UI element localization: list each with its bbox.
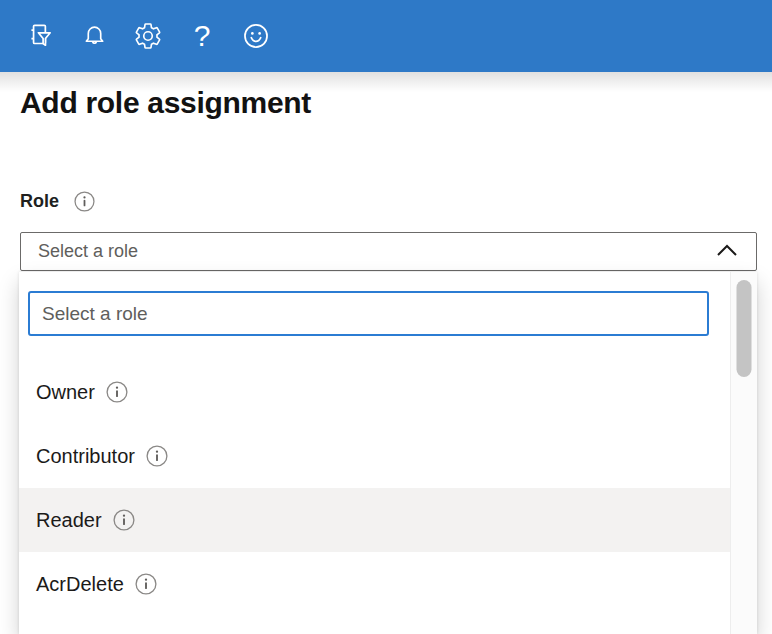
settings-button[interactable]	[121, 0, 175, 72]
directory-filter-icon	[25, 21, 55, 51]
dropdown-scrollbar-track[interactable]	[730, 272, 757, 634]
role-select[interactable]: Select a role	[20, 232, 757, 271]
info-icon[interactable]	[146, 445, 168, 467]
role-option-acrdelete[interactable]: AcrDelete	[19, 552, 730, 616]
role-option-label: Reader	[36, 509, 102, 532]
role-label: Role	[20, 191, 59, 212]
role-option-reader[interactable]: Reader	[19, 488, 730, 552]
role-search-input[interactable]	[28, 291, 709, 336]
role-select-value: Select a role	[38, 241, 716, 262]
help-icon: ?	[194, 21, 211, 51]
notifications-button[interactable]	[67, 0, 121, 72]
info-icon[interactable]	[135, 573, 157, 595]
info-icon[interactable]	[113, 509, 135, 531]
role-option-owner[interactable]: Owner	[19, 360, 730, 424]
role-options-list: Owner Contributor Reader	[19, 360, 730, 616]
feedback-button[interactable]	[229, 0, 283, 72]
role-field-label-row: Role	[20, 191, 95, 212]
notifications-icon	[80, 22, 109, 51]
role-info-icon[interactable]	[74, 191, 95, 212]
role-option-label: Contributor	[36, 445, 135, 468]
page-title: Add role assignment	[20, 86, 311, 120]
role-dropdown-panel: Owner Contributor Reader	[19, 272, 757, 634]
directory-filter-button[interactable]	[13, 0, 67, 72]
dropdown-scrollbar-thumb[interactable]	[737, 280, 752, 377]
chevron-up-icon	[716, 243, 738, 261]
role-option-label: AcrDelete	[36, 573, 124, 596]
feedback-icon	[241, 21, 271, 51]
help-button[interactable]: ?	[175, 0, 229, 72]
info-icon[interactable]	[106, 381, 128, 403]
role-option-label: Owner	[36, 381, 95, 404]
role-option-contributor[interactable]: Contributor	[19, 424, 730, 488]
settings-icon	[133, 21, 163, 51]
top-bar: ?	[0, 0, 772, 72]
